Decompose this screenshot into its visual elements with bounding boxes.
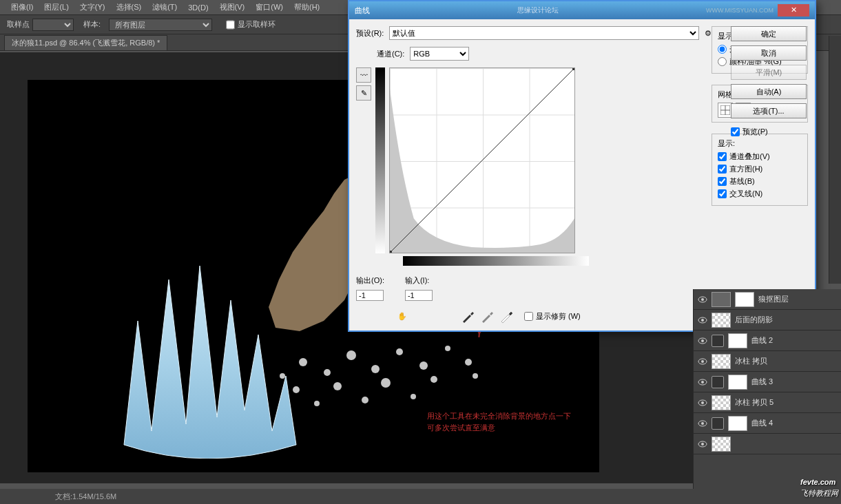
show-intersection[interactable]: 交叉线(N) bbox=[718, 189, 802, 199]
svg-point-6 bbox=[396, 348, 403, 355]
adjustment-icon bbox=[712, 417, 724, 430]
svg-point-3 bbox=[324, 369, 331, 376]
svg-point-7 bbox=[419, 361, 428, 370]
eyedropper-white-icon[interactable] bbox=[499, 310, 513, 324]
layer-row[interactable]: 曲线 3 bbox=[694, 372, 841, 392]
menu-layer[interactable]: 图层(L) bbox=[39, 2, 74, 12]
svg-point-13 bbox=[430, 376, 437, 383]
curve-tool-icon[interactable]: 〰 bbox=[356, 67, 371, 83]
layer-mask-thumb[interactable] bbox=[728, 416, 747, 431]
svg-point-9 bbox=[465, 359, 472, 366]
close-button[interactable]: ✕ bbox=[778, 4, 809, 17]
layer-row[interactable]: 冰柱 拷贝 5 bbox=[694, 392, 841, 413]
preset-select[interactable]: 默认值 bbox=[389, 26, 699, 40]
vertical-gradient bbox=[375, 67, 385, 253]
layer-thumb[interactable] bbox=[712, 292, 731, 307]
visibility-icon[interactable] bbox=[698, 336, 707, 346]
curves-dialog: 曲线 思缘设计论坛 WWW.MISSYUAN.COM ✕ 预设(R): 默认值 … bbox=[348, 0, 816, 332]
layer-name[interactable]: 冰柱 拷贝 5 bbox=[735, 397, 837, 408]
pencil-tool-icon[interactable]: ✎ bbox=[356, 85, 371, 101]
layer-thumb[interactable] bbox=[712, 354, 731, 369]
eyedropper-black-icon[interactable] bbox=[461, 310, 475, 324]
show-clipping-checkbox[interactable]: 显示修剪 (W) bbox=[524, 311, 581, 322]
layer-name[interactable]: 冰柱 拷贝 bbox=[735, 356, 837, 366]
dialog-title-text: 曲线 bbox=[355, 6, 370, 16]
visibility-icon[interactable] bbox=[698, 398, 707, 408]
menu-help[interactable]: 帮助(H) bbox=[289, 2, 325, 12]
layer-row[interactable]: 狼抠图层 bbox=[694, 289, 841, 310]
output-input[interactable] bbox=[356, 290, 384, 301]
layer-row[interactable]: 后面的阴影 bbox=[694, 310, 841, 330]
svg-line-18 bbox=[390, 68, 574, 253]
svg-point-42 bbox=[701, 422, 704, 425]
annotation-text: 用这个工具在未完全消除背景的地方点一下 可多次尝试直至满意 bbox=[427, 410, 571, 433]
hand-tool-icon[interactable]: ✋ bbox=[397, 312, 407, 321]
layer-mask-thumb[interactable] bbox=[735, 292, 754, 307]
svg-point-14 bbox=[473, 373, 478, 379]
visibility-icon[interactable] bbox=[698, 315, 707, 325]
layer-thumb[interactable] bbox=[712, 313, 731, 328]
menu-image[interactable]: 图像(I) bbox=[6, 2, 39, 12]
layers-panel: 狼抠图层后面的阴影曲线 2冰柱 拷贝曲线 3冰柱 拷贝 5曲线 4 bbox=[693, 289, 841, 504]
preset-gear-icon[interactable]: ⚙ bbox=[705, 29, 712, 38]
adjustment-icon bbox=[712, 335, 724, 347]
show-histogram[interactable]: 直方图(H) bbox=[718, 164, 802, 174]
channel-select[interactable]: RGB bbox=[410, 47, 469, 61]
options-button[interactable]: 选项(T)... bbox=[731, 103, 807, 118]
svg-point-1 bbox=[280, 373, 285, 379]
svg-point-44 bbox=[701, 443, 704, 445]
smooth-button[interactable]: 平滑(M) bbox=[731, 65, 807, 80]
layer-row[interactable]: 曲线 4 bbox=[694, 413, 841, 434]
layer-thumb[interactable] bbox=[712, 395, 731, 410]
layer-thumb[interactable] bbox=[712, 437, 731, 452]
ok-button[interactable]: 确定 bbox=[731, 26, 807, 41]
layer-name[interactable]: 曲线 2 bbox=[751, 335, 837, 346]
show-sample-ring-checkbox[interactable]: 显示取样环 bbox=[226, 19, 276, 31]
cancel-button[interactable]: 取消 bbox=[731, 45, 807, 61]
sample-label: 样本: bbox=[83, 19, 101, 30]
watermark: fevte.com 飞特教程网 bbox=[800, 474, 838, 498]
menu-filter[interactable]: 滤镜(T) bbox=[147, 2, 183, 12]
svg-rect-19 bbox=[390, 251, 392, 253]
layer-row[interactable]: 曲线 2 bbox=[694, 330, 841, 351]
menu-select[interactable]: 选择(S) bbox=[111, 2, 147, 12]
visibility-icon[interactable] bbox=[698, 377, 707, 387]
document-tab[interactable]: 冰的狼11.psd @ 86.4% (飞溅雪花, RGB/8) * bbox=[4, 35, 167, 50]
dialog-titlebar[interactable]: 曲线 思缘设计论坛 WWW.MISSYUAN.COM ✕ bbox=[349, 1, 815, 19]
svg-point-10 bbox=[293, 386, 300, 393]
horizontal-gradient bbox=[403, 256, 589, 266]
visibility-icon[interactable] bbox=[698, 439, 707, 449]
show-baseline[interactable]: 基线(B) bbox=[718, 176, 802, 187]
svg-point-5 bbox=[371, 365, 380, 373]
layer-row[interactable]: 冰柱 拷贝 bbox=[694, 351, 841, 372]
layer-name[interactable]: 狼抠图层 bbox=[758, 294, 837, 304]
visibility-icon[interactable] bbox=[698, 357, 707, 366]
layer-mask-thumb[interactable] bbox=[728, 333, 747, 348]
layer-mask-thumb[interactable] bbox=[728, 375, 747, 390]
visibility-icon[interactable] bbox=[698, 419, 707, 428]
preview-checkbox[interactable]: 预览(P) bbox=[731, 127, 807, 137]
input-label: 输入(I): bbox=[405, 275, 429, 286]
status-bar: 文档:1.54M/15.6M bbox=[0, 489, 841, 504]
menu-text[interactable]: 文字(Y) bbox=[74, 2, 111, 12]
menu-view[interactable]: 视图(V) bbox=[214, 2, 251, 12]
show-title: 显示: bbox=[718, 138, 802, 149]
eyedropper-gray-icon[interactable] bbox=[480, 310, 494, 324]
svg-point-17 bbox=[411, 394, 416, 399]
layer-name[interactable]: 后面的阴影 bbox=[735, 315, 837, 325]
layer-row[interactable] bbox=[694, 434, 841, 454]
svg-rect-20 bbox=[572, 68, 574, 70]
layer-name[interactable]: 曲线 3 bbox=[751, 377, 837, 387]
show-channel-overlay[interactable]: 通道叠加(V) bbox=[718, 151, 802, 162]
input-input[interactable] bbox=[405, 290, 433, 301]
layer-name[interactable]: 曲线 4 bbox=[751, 418, 837, 428]
visibility-icon[interactable] bbox=[698, 295, 707, 304]
collapsed-panels[interactable] bbox=[829, 36, 841, 284]
svg-point-38 bbox=[701, 381, 704, 384]
sample-layers-select[interactable]: 所有图层 bbox=[109, 19, 212, 31]
menu-window[interactable]: 窗口(W) bbox=[250, 2, 289, 12]
sample-point-select[interactable] bbox=[32, 19, 74, 31]
menu-3d[interactable]: 3D(D) bbox=[183, 3, 214, 12]
auto-button[interactable]: 自动(A) bbox=[731, 84, 807, 99]
curve-grid[interactable] bbox=[389, 67, 575, 253]
